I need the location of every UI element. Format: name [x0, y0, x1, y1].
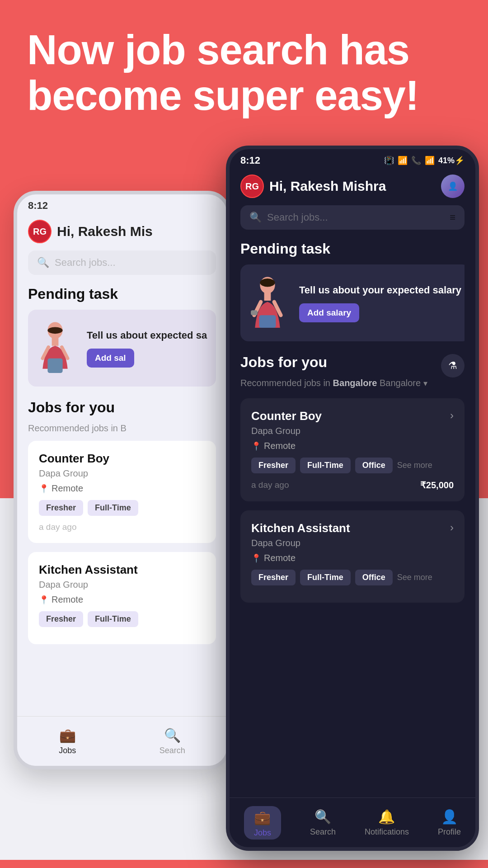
jobs-title-back: Jobs for you [28, 399, 216, 416]
vibrate-icon: 📳 [384, 156, 394, 165]
nav-jobs-back[interactable]: 💼 Jobs [59, 727, 76, 755]
svg-rect-10 [251, 311, 258, 316]
chevron-down-icon: ▾ [423, 379, 427, 388]
app-header-front: RG Hi, Rakesh Mishra 👤 [240, 169, 465, 205]
status-bar-front: 8:12 📳 📶 📞 📶 41%⚡ [230, 149, 475, 169]
filter-button[interactable]: ⚗ [441, 354, 465, 377]
job-salary-1: ₹25,000 [420, 480, 454, 491]
status-bar-back: 8:12 [17, 194, 227, 214]
tag-fresher-1-front: Fresher [251, 458, 296, 473]
tag-fresher-2-front: Fresher [251, 570, 296, 585]
nav-jobs-label-front: Jobs [254, 828, 271, 838]
svg-rect-8 [264, 292, 271, 301]
task-figure-front [245, 274, 295, 332]
avatar-front[interactable]: 👤 [441, 175, 465, 198]
chevron-right-2: › [450, 521, 454, 534]
nav-search-front[interactable]: 🔍 Search [310, 809, 336, 837]
status-time-front: 8:12 [240, 155, 260, 166]
logo-greeting-front: RG Hi, Rakesh Mishra [240, 175, 386, 198]
wifi-icon: 📶 [398, 156, 408, 165]
nav-search-back[interactable]: 🔍 Search [160, 727, 185, 755]
job-company-1-back: Dapa Group [39, 468, 205, 479]
task-card-front: Tell us about your expected salary Add s… [240, 264, 465, 341]
search-bar-back[interactable]: 🔍 Search jobs... [28, 250, 216, 275]
jobs-icon-back: 💼 [59, 727, 76, 743]
search-bar-front[interactable]: 🔍 Search jobs... ≡ [240, 205, 465, 230]
tag-fulltime-1-back: Full-Time [88, 500, 138, 516]
job-card-1-header-front: Counter Boy › [251, 409, 454, 423]
task-card-title-back: Tell us about expected sa [87, 329, 207, 342]
filter-lines-icon: ≡ [450, 212, 455, 223]
hero-title: Now job search has become super easy! [27, 27, 461, 118]
job-tags-2-front: Fresher Full-Time Office See more [251, 570, 454, 585]
see-more-2: See more [397, 573, 432, 582]
jobs-icon-front: 💼 [254, 810, 271, 826]
job-location-1-front: 📍 Remote [251, 441, 454, 451]
greeting-front: Hi, Rakesh Mishra [269, 179, 386, 194]
nav-jobs-front[interactable]: 💼 Jobs [244, 806, 281, 840]
nav-jobs-label-back: Jobs [59, 746, 76, 755]
nav-notifications-label-front: Notifications [365, 827, 409, 837]
tag-fresher-2-back: Fresher [39, 611, 83, 627]
profile-icon-front: 👤 [441, 809, 458, 825]
job-tags-1-front: Fresher Full-Time Office See more [251, 458, 454, 473]
nav-profile-front[interactable]: 👤 Profile [438, 809, 461, 837]
nav-search-label-front: Search [310, 827, 336, 837]
tag-fulltime-2-front: Full-Time [300, 570, 351, 585]
jobs-title-area: Jobs for you Recommended jobs in Bangalo… [240, 354, 427, 396]
tag-fresher-1-back: Fresher [39, 500, 83, 516]
job-title-1-front: Counter Boy [251, 409, 322, 423]
phone-back-content: RG Hi, Rakesh Mis 🔍 Search jobs... Pendi… [17, 214, 227, 763]
svg-rect-2 [52, 338, 59, 346]
tag-fulltime-2-back: Full-Time [88, 611, 138, 627]
add-salary-btn-back[interactable]: Add sal [87, 349, 134, 368]
svg-point-1 [47, 327, 62, 334]
job-card-2-header-back: Kitchen Assistant [39, 563, 205, 577]
job-tags-1-back: Fresher Full-Time [39, 500, 205, 516]
job-company-2-front: Dapa Group [251, 538, 454, 548]
call-icon: 📞 [411, 156, 421, 165]
search-icon-back: 🔍 [37, 257, 49, 269]
phone-back: 8:12 RG Hi, Rakesh Mis 🔍 Search jobs... … [14, 191, 230, 769]
chevron-right-1: › [450, 409, 454, 422]
job-card-2-header-front: Kitchen Assistant › [251, 521, 454, 535]
phone-front: 8:12 📳 📶 📞 📶 41%⚡ RG Hi, Rakesh Mishra 👤 [226, 146, 479, 851]
phone-front-content: RG Hi, Rakesh Mishra 👤 🔍 Search jobs... … [230, 169, 475, 844]
job-title-2-back: Kitchen Assistant [39, 563, 138, 577]
job-card-2-front[interactable]: Kitchen Assistant › Dapa Group 📍 Remote … [240, 510, 465, 603]
task-figure-back [33, 319, 82, 377]
logo-greeting-back: RG Hi, Rakesh Mis [28, 220, 153, 243]
status-icons-front: 📳 📶 📞 📶 41%⚡ [384, 156, 465, 165]
pin-icon-2-back: 📍 [39, 595, 49, 605]
job-title-1-back: Counter Boy [39, 452, 109, 466]
pending-scroll-front: Tell us about your expected salary Add s… [240, 264, 465, 341]
job-title-2-front: Kitchen Assistant [251, 521, 350, 535]
svg-rect-5 [47, 359, 62, 373]
location-name: Bangalore [333, 378, 377, 388]
add-salary-btn-front[interactable]: Add salary [299, 303, 359, 322]
battery-icon: 41%⚡ [438, 156, 465, 165]
task-text-back: Tell us about expected sa Add sal [82, 329, 207, 368]
svg-rect-12 [259, 316, 276, 328]
search-placeholder-front: Search jobs... [267, 212, 444, 223]
greeting-back: Hi, Rakesh Mis [57, 224, 153, 239]
bell-icon-front: 🔔 [378, 809, 395, 825]
task-card-back: Tell us about expected sa Add sal [28, 310, 216, 387]
job-card-1-back: Counter Boy Dapa Group 📍 Remote Fresher … [28, 441, 216, 543]
job-card-1-header-back: Counter Boy [39, 452, 205, 466]
jobs-subtitle-back: Recommended jobs in B [28, 423, 216, 434]
pin-icon-2-front: 📍 [251, 553, 261, 563]
jobs-title-front: Jobs for you [240, 354, 427, 371]
job-time-1-back: a day ago [39, 522, 76, 532]
job-tags-2-back: Fresher Full-Time [39, 611, 205, 627]
search-icon-nav-front: 🔍 [314, 809, 331, 825]
job-card-1-front[interactable]: Counter Boy › Dapa Group 📍 Remote Freshe… [240, 398, 465, 501]
nav-notifications-front[interactable]: 🔔 Notifications [365, 809, 409, 837]
location-display: Bangalore [380, 378, 421, 388]
pin-icon-1-back: 📍 [39, 484, 49, 494]
see-more-1: See more [397, 461, 432, 470]
job-location-1-back: 📍 Remote [39, 483, 205, 494]
nav-search-label-back: Search [160, 746, 185, 755]
app-header-back: RG Hi, Rakesh Mis [28, 214, 216, 250]
logo-back: RG [28, 220, 52, 243]
